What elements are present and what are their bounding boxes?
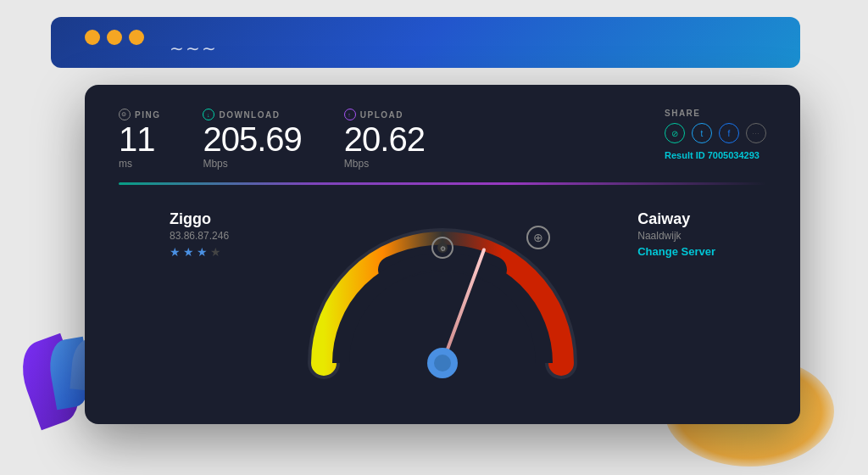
right-server-city: Naaldwijk bbox=[637, 230, 715, 242]
ping-icon: ⊙ bbox=[119, 109, 131, 120]
download-icon: ↓ bbox=[203, 109, 214, 120]
download-unit: Mbps bbox=[203, 158, 301, 170]
upload-unit: Mbps bbox=[344, 158, 425, 170]
share-more-button[interactable]: ··· bbox=[746, 123, 766, 143]
share-icons: ⊘ t f ··· bbox=[665, 123, 766, 143]
upload-icon: ↑ bbox=[344, 109, 356, 120]
star-2: ★ bbox=[183, 245, 194, 259]
download-label: ↓ DOWNLOAD bbox=[203, 109, 301, 120]
blue-banner-decoration bbox=[51, 17, 800, 68]
star-3: ★ bbox=[197, 245, 208, 259]
star-rating: ★ ★ ★ ★ bbox=[170, 245, 229, 259]
download-value: 205.69 bbox=[203, 122, 301, 156]
upload-value: 20.62 bbox=[344, 122, 425, 156]
star-4: ★ bbox=[210, 245, 221, 259]
share-twitter-button[interactable]: t bbox=[692, 123, 712, 143]
share-label: SHARE bbox=[665, 109, 766, 118]
speedometer-section: Ziggo 83.86.87.246 ★ ★ ★ ★ bbox=[85, 193, 800, 380]
stats-row: ⊙ PING 11 ms ↓ DOWNLOAD 205.69 Mbps ↑ bbox=[85, 85, 800, 178]
globe-icon: ⊕ bbox=[526, 226, 550, 249]
ping-unit: ms bbox=[119, 158, 160, 170]
left-server-info: Ziggo 83.86.87.246 ★ ★ ★ ★ bbox=[170, 210, 229, 259]
share-link-button[interactable]: ⊘ bbox=[665, 123, 685, 143]
ping-stat: ⊙ PING 11 ms bbox=[119, 109, 160, 170]
ping-value: 11 bbox=[119, 122, 160, 156]
left-server-name: Ziggo bbox=[170, 210, 229, 228]
right-server-info: ⊕ Caiway Naaldwijk Change Server bbox=[637, 210, 715, 258]
upload-stat: ↑ UPLOAD 20.62 Mbps bbox=[344, 109, 425, 170]
right-server-name: Caiway bbox=[637, 210, 715, 228]
progress-line-container bbox=[85, 182, 800, 185]
star-1: ★ bbox=[170, 245, 181, 259]
progress-line bbox=[119, 182, 766, 185]
orange-dots-decoration bbox=[85, 30, 144, 45]
share-section: SHARE ⊘ t f ··· Result ID 7005034293 bbox=[665, 109, 766, 160]
upload-label: ↑ UPLOAD bbox=[344, 109, 425, 120]
background: ∼∼∼ ⊙ PING 11 ms ↓ DOWNLOAD bbox=[0, 0, 868, 475]
share-facebook-button[interactable]: f bbox=[719, 123, 739, 143]
result-id: Result ID 7005034293 bbox=[665, 150, 766, 160]
change-server-button[interactable]: Change Server bbox=[637, 245, 715, 258]
download-stat: ↓ DOWNLOAD 205.69 Mbps bbox=[203, 109, 301, 170]
orange-dot-3 bbox=[129, 30, 144, 45]
ping-label: ⊙ PING bbox=[119, 109, 160, 120]
speedtest-card: ⊙ PING 11 ms ↓ DOWNLOAD 205.69 Mbps ↑ bbox=[85, 85, 800, 424]
orange-dot-2 bbox=[107, 30, 122, 45]
svg-text:⚙: ⚙ bbox=[440, 245, 446, 253]
wavy-line-decoration: ∼∼∼ bbox=[170, 38, 218, 59]
orange-dot-1 bbox=[85, 30, 100, 45]
svg-point-2 bbox=[434, 355, 451, 372]
left-server-ip: 83.86.87.246 bbox=[170, 230, 229, 242]
